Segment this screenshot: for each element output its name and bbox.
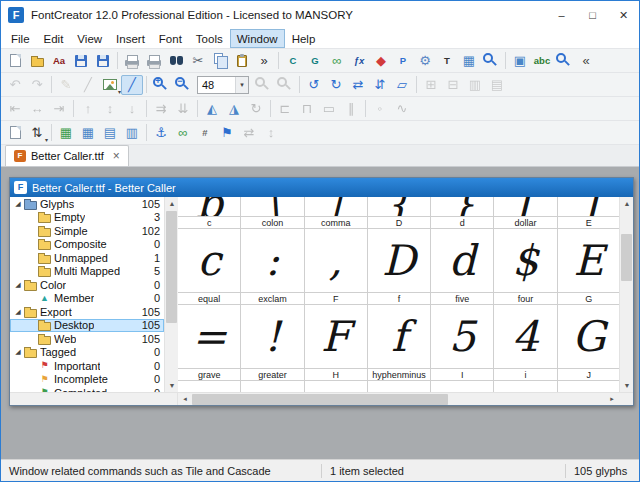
tab-better-caller[interactable]: F Better Caller.ttf × <box>5 145 129 166</box>
chevron-down-icon[interactable]: ▾ <box>235 77 248 93</box>
line-tool-icon[interactable]: ╱ <box>121 75 143 95</box>
maximize-button[interactable]: □ <box>577 1 608 29</box>
mirror-horizontal-icon[interactable]: ◭ <box>201 99 223 119</box>
minimize-button[interactable]: – <box>546 1 577 29</box>
glyph-cell[interactable]: \ <box>241 197 304 217</box>
glyph-cell[interactable]: H <box>305 381 368 392</box>
same-width-icon[interactable]: ⊏ <box>274 99 296 119</box>
panels-icon[interactable]: ▣ <box>509 51 531 71</box>
tree-item-desktop[interactable]: Desktop105 <box>10 319 164 333</box>
document-titlebar[interactable]: F Better Caller.ttf - Better Caller <box>10 178 633 197</box>
tree-expander-icon[interactable]: ◢ <box>13 348 23 356</box>
undo-icon[interactable]: ↶ <box>4 75 26 95</box>
contour-mode-icon[interactable]: ✎ <box>55 75 77 95</box>
tree-item-tagged[interactable]: ◢Tagged0 <box>10 346 164 360</box>
paste-icon[interactable] <box>231 51 253 71</box>
cell-size-small-icon[interactable]: ▦ <box>77 123 99 143</box>
distribute-vertical-icon[interactable]: ⇊ <box>172 99 194 119</box>
glyph-cell[interactable]: c <box>178 229 241 293</box>
glyph-cell[interactable]: | <box>305 197 368 217</box>
tree-expander-icon[interactable]: ◢ <box>13 200 23 208</box>
menu-window[interactable]: Window <box>230 29 285 48</box>
scroll-up-icon[interactable]: ▲ <box>620 197 634 210</box>
glyph-cell[interactable]: d <box>431 229 494 293</box>
point-type-icon[interactable]: ◦ <box>369 99 391 119</box>
tree-expander-icon[interactable]: ◢ <box>13 308 23 316</box>
glyph-overview-icon[interactable]: ▦ <box>458 51 480 71</box>
kerning-icon[interactable]: ◆ <box>370 51 392 71</box>
cell-columns-icon[interactable]: ▥ <box>121 123 143 143</box>
tree-item-web[interactable]: Web105 <box>10 332 164 346</box>
glyph-cell[interactable]: - <box>368 381 431 392</box>
compare-icon[interactable]: ⇄ <box>238 123 260 143</box>
zoom-in-icon[interactable] <box>150 75 172 95</box>
mirror-vertical-icon[interactable]: ◮ <box>223 99 245 119</box>
menu-help[interactable]: Help <box>285 29 323 48</box>
tag-icon[interactable]: ⚑ <box>216 123 238 143</box>
glyph-cell[interactable]: ! <box>241 305 304 369</box>
save-font-icon[interactable] <box>70 51 92 71</box>
flip-horizontal-icon[interactable]: ⇄ <box>347 75 369 95</box>
tree-item-important[interactable]: ⚑Important0 <box>10 359 164 373</box>
flip-vertical-icon[interactable]: ⇵ <box>369 75 391 95</box>
glyph-cell[interactable]: { <box>368 197 431 217</box>
grid-hscrollbar-thumb[interactable] <box>192 394 448 405</box>
scroll-down-icon[interactable]: ▼ <box>165 379 179 392</box>
tree-item-glyphs[interactable]: ◢Glyphs105 <box>10 197 164 211</box>
zoom-previous-icon[interactable] <box>553 51 575 71</box>
show-metrics-icon[interactable]: ⊟ <box>442 75 464 95</box>
print-preview-icon[interactable] <box>143 51 165 71</box>
glyph-cell[interactable]: J <box>558 381 619 392</box>
ruler-icon[interactable]: ▭ <box>318 99 340 119</box>
menu-edit[interactable]: Edit <box>37 29 71 48</box>
tree-item-empty[interactable]: Empty3 <box>10 211 164 225</box>
align-bottom-icon[interactable]: ↓ <box>121 99 143 119</box>
glyph-cell[interactable]: ` <box>178 381 241 392</box>
close-button[interactable]: ✕ <box>608 1 639 29</box>
glyph-cell[interactable]: D <box>368 229 431 293</box>
tree-item-simple[interactable]: Simple102 <box>10 224 164 238</box>
glyph-cell[interactable]: f <box>368 305 431 369</box>
copy-icon[interactable] <box>209 51 231 71</box>
open-font-icon[interactable] <box>26 51 48 71</box>
overflow-chevron-icon[interactable]: » <box>253 51 275 71</box>
glyph-cell[interactable]: b <box>178 197 241 217</box>
redo-icon[interactable]: ↷ <box>26 75 48 95</box>
glyph-cell[interactable]: I <box>431 381 494 392</box>
autonaming-icon[interactable]: abc <box>531 51 553 71</box>
cell-captions-icon[interactable]: ▦ <box>55 123 77 143</box>
zoom-glyph-icon[interactable] <box>274 75 296 95</box>
tree-scrollbar-track[interactable] <box>165 210 178 379</box>
save-all-icon[interactable] <box>92 51 114 71</box>
glyph-cell[interactable]: G <box>558 305 619 369</box>
align-left-icon[interactable]: ⇤ <box>4 99 26 119</box>
scroll-up-icon[interactable]: ▲ <box>165 197 179 210</box>
glyph-cell[interactable]: : <box>241 229 304 293</box>
glyph-cell[interactable]: i <box>494 381 557 392</box>
align-middle-icon[interactable]: ↕ <box>99 99 121 119</box>
curve-type-icon[interactable]: ∿ <box>391 99 413 119</box>
codepoints-icon[interactable]: # <box>194 123 216 143</box>
zoom-out-icon[interactable] <box>172 75 194 95</box>
grid-scrollbar-track[interactable] <box>620 210 633 379</box>
zoom-selection-icon[interactable] <box>252 75 274 95</box>
test-run-icon[interactable] <box>4 123 26 143</box>
same-height-icon[interactable]: ⊓ <box>296 99 318 119</box>
guides-lock-icon[interactable]: ∥ <box>340 99 362 119</box>
align-right-icon[interactable]: ⇥ <box>48 99 70 119</box>
glyph-cell[interactable]: } <box>431 197 494 217</box>
glyph-cell[interactable]: $ <box>494 229 557 293</box>
options-icon[interactable]: ⚙ <box>414 51 436 71</box>
metrics-icon[interactable]: ↕ <box>260 123 282 143</box>
complete-composites-icon[interactable]: ∞ <box>326 51 348 71</box>
new-font-icon[interactable] <box>4 51 26 71</box>
background-image-icon[interactable]: ▾ <box>99 75 121 95</box>
insert-glyphs-icon[interactable]: G <box>304 51 326 71</box>
knife-icon[interactable]: ╱ <box>77 75 99 95</box>
tree-item-incomplete[interactable]: ⚑Incomplete0 <box>10 373 164 387</box>
tree-item-composite[interactable]: Composite0 <box>10 238 164 252</box>
tree-expander-icon[interactable]: ◢ <box>13 281 23 289</box>
cell-rows-icon[interactable]: ▤ <box>99 123 121 143</box>
find-icon[interactable] <box>165 51 187 71</box>
glyph-cell[interactable]: 4 <box>494 305 557 369</box>
